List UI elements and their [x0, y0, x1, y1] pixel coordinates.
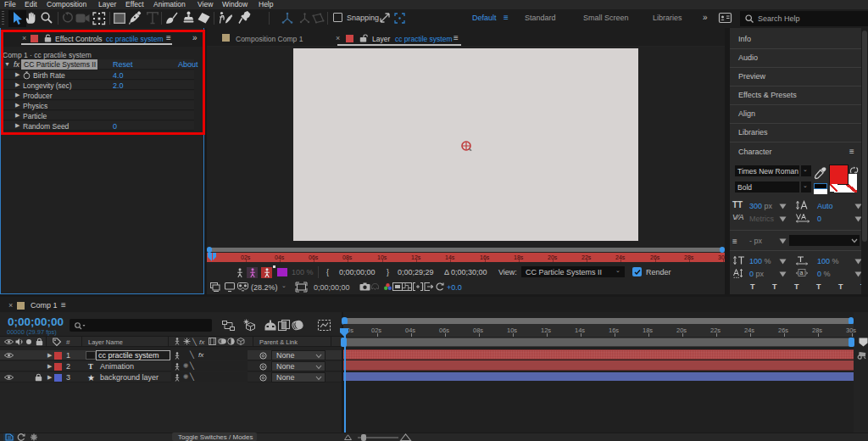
svg-text:a: a	[800, 270, 804, 276]
